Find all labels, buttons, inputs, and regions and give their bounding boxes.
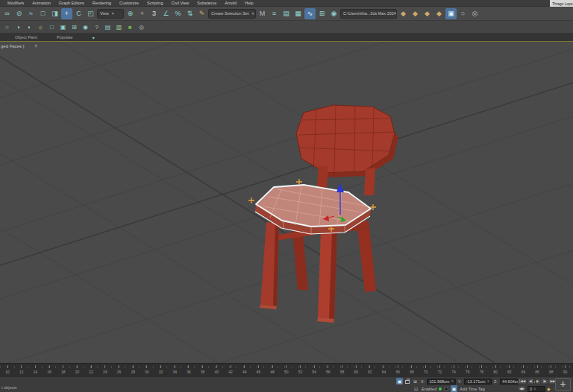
y-coordinate-field[interactable]: -13.171cm ⇅	[464, 379, 492, 385]
scene-explorer-icon[interactable]: ▤	[281, 8, 292, 19]
cloud-render-icon[interactable]: ◎	[469, 8, 480, 19]
time-configuration-icon[interactable]: ▣	[451, 385, 457, 392]
tab-object-paint[interactable]: Object Paint	[15, 35, 37, 39]
half-sphere-icon[interactable]: ◐	[25, 22, 34, 32]
spinner-icon[interactable]: ⇅	[451, 379, 453, 383]
arnold-render-icon[interactable]: ○	[457, 8, 469, 19]
viewport-help-label[interactable]: ?	[34, 44, 37, 48]
timeline: 1012141618202224262830323436384042444648…	[0, 363, 573, 377]
select-and-rotate-icon[interactable]: C	[73, 8, 84, 19]
green-square-icon[interactable]: ■	[125, 22, 135, 32]
question-icon[interactable]: ?	[92, 22, 101, 32]
menu-item[interactable]: Animation	[32, 1, 50, 5]
select-and-scale-icon[interactable]: ◰	[85, 8, 96, 19]
render-production-icon[interactable]: ◆	[422, 8, 433, 19]
menu-item[interactable]: Civil View	[172, 1, 190, 5]
viewport-canvas[interactable]	[0, 42, 573, 363]
help-circle-icon[interactable]: ◎	[137, 22, 146, 32]
square-icon[interactable]: □	[47, 22, 57, 32]
lightbulb-icon[interactable]: ☼	[36, 22, 46, 32]
spinner-snap-icon[interactable]: ⇅	[184, 8, 195, 19]
perspective-viewport[interactable]: ged Faces ] ?	[0, 41, 573, 363]
key-mode-button[interactable]: ◀▶	[518, 385, 526, 392]
menu-item[interactable]: Arnold	[225, 1, 237, 5]
timeline-tick: 34	[171, 364, 178, 378]
timeline-tick: 50	[283, 364, 290, 378]
absolute-mode-icon[interactable]: ⊞	[412, 378, 419, 385]
project-folder-dropdown[interactable]: C:\Users\thia...3ds Max 2024 ▼	[340, 9, 397, 19]
schematic-view-icon[interactable]: ⊞	[316, 8, 328, 19]
menu-item[interactable]: Substance	[197, 1, 216, 5]
timeline-tick: 72	[436, 364, 443, 378]
rectangular-selection-icon[interactable]: □	[37, 8, 48, 19]
render-iterative-icon[interactable]: ◆	[433, 8, 445, 19]
window-crossing-icon[interactable]: ◨	[49, 8, 60, 19]
next-frame-button[interactable]: |▶	[542, 378, 548, 385]
snaps-toggle-icon[interactable]: 3	[148, 8, 160, 19]
grid-square-icon[interactable]: ⊞	[69, 22, 79, 32]
isolate-selection-icon[interactable]: ▣	[396, 378, 403, 385]
mirror-icon[interactable]: M	[257, 8, 268, 19]
align-icon[interactable]: ≡	[269, 8, 280, 19]
bind-to-spacewarp-icon[interactable]: ≈	[25, 8, 37, 19]
timeline-tick: 40	[213, 364, 220, 378]
go-to-start-button[interactable]: |◀◀	[518, 378, 527, 385]
maximize-viewport-button[interactable]: +	[555, 378, 571, 391]
menu-item[interactable]: Rendering	[93, 1, 111, 5]
sphere-icon[interactable]: ◑	[13, 22, 23, 32]
previous-frame-button[interactable]: ◀|	[527, 378, 534, 385]
menu-item[interactable]: Help	[245, 1, 253, 5]
y-label: Y:	[458, 379, 462, 384]
ribbon-toggle-icon[interactable]: ▦	[292, 8, 304, 19]
menu-item[interactable]: Graph Editors	[59, 1, 84, 5]
current-frame-field[interactable]: 0 ⇅	[527, 386, 545, 392]
viewport-shading-label[interactable]: ged Faces ]	[1, 44, 24, 48]
list-icon[interactable]: ▤	[103, 22, 113, 32]
material-editor-icon[interactable]: ◉	[328, 8, 339, 19]
menu-item[interactable]: Customize	[119, 1, 139, 5]
timeline-tick: 76	[464, 364, 472, 378]
timeline-tick: 80	[492, 364, 499, 378]
curve-editor-icon[interactable]: ∿	[304, 8, 316, 19]
percent-snap-icon[interactable]: %	[172, 8, 184, 19]
x-coordinate-field[interactable]: 101.568cm ⇅	[427, 379, 456, 385]
render-setup-icon[interactable]: ◆	[398, 8, 409, 19]
secondary-toolbar: ○◑◐☼□▣⊞◉?▤▥■◎	[0, 21, 573, 34]
menu-item[interactable]: Scripting	[147, 1, 163, 5]
render-active-icon[interactable]: ▣	[445, 8, 457, 19]
angle-snap-icon[interactable]: ∠	[160, 8, 172, 19]
rendered-frame-window-icon[interactable]: ◆	[410, 8, 421, 19]
timeline-tick: 36	[185, 364, 192, 378]
tab-populate[interactable]: Populate	[57, 35, 73, 39]
select-and-link-icon[interactable]: ∞	[1, 8, 13, 19]
play-button[interactable]: ▶	[535, 378, 541, 385]
timeline-tick: 22	[87, 364, 95, 378]
timeline-tick: 62	[366, 364, 374, 378]
timeline-tick: 68	[408, 364, 416, 378]
image-square-icon[interactable]: ▣	[58, 22, 68, 32]
edit-named-sets-icon[interactable]: ✎	[196, 8, 207, 19]
spinner-icon[interactable]: ⇅	[533, 387, 536, 391]
set-key-icon[interactable]: ⊡	[413, 385, 419, 392]
reference-coordinate-dropdown[interactable]: View ▼	[97, 9, 124, 19]
target-icon[interactable]: ◉	[81, 22, 90, 32]
selection-set-dropdown[interactable]: Create Selection Set ▼	[208, 9, 256, 19]
selection-lock-icon[interactable]	[405, 380, 410, 384]
chart-icon[interactable]: ▥	[114, 22, 124, 32]
timeline-tick: 60	[352, 364, 360, 378]
circle-icon[interactable]: ○	[2, 22, 12, 32]
menu-item[interactable]: Modifiers	[7, 1, 24, 5]
select-and-move-icon[interactable]: +	[61, 8, 72, 19]
gizmo-z-arrow[interactable]	[336, 183, 344, 192]
unlink-selection-icon[interactable]: ⊘	[13, 8, 25, 19]
key-filters-icon[interactable]	[444, 387, 448, 391]
spinner-icon[interactable]: ⇅	[487, 379, 489, 383]
timeline-tick: 70	[422, 364, 430, 378]
selection-set-value: Create Selection Set	[211, 11, 248, 16]
use-pivot-center-icon[interactable]: ⊕	[125, 8, 136, 19]
ribbon-minimize-icon[interactable]: ▾	[93, 35, 95, 40]
key-filter-icon[interactable]: ◆	[547, 386, 551, 391]
add-time-tag-label[interactable]: Add Time Tag	[460, 387, 485, 391]
timeline-ruler[interactable]: 1012141618202224262830323436384042444648…	[0, 364, 573, 378]
select-and-manipulate-icon[interactable]: +	[137, 8, 148, 19]
